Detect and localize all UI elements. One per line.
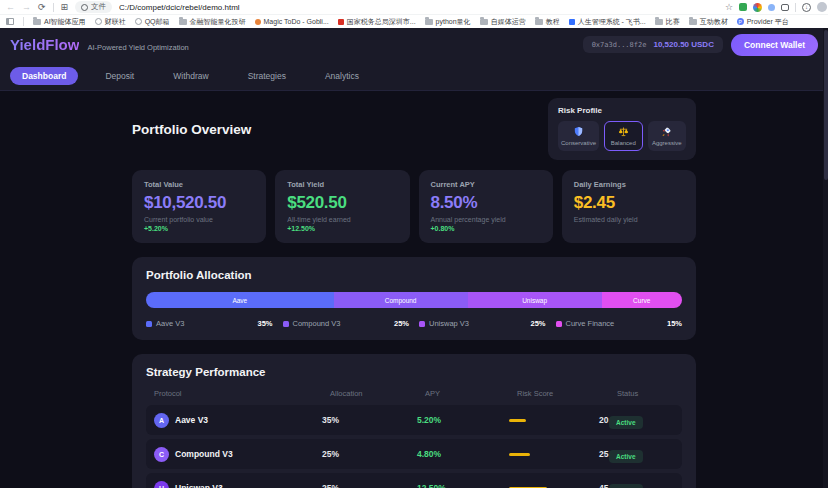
risk-option-balanced[interactable]: Balanced — [604, 121, 643, 151]
bookmark-item[interactable]: Magic ToDo - Gobli... — [255, 18, 329, 25]
bookmark-item[interactable]: 比赛 — [655, 17, 680, 27]
bookmark-item[interactable]: python量化 — [425, 17, 471, 27]
risk-option-aggressive[interactable]: Aggressive — [648, 121, 687, 151]
allocation-value: 25% — [322, 483, 417, 488]
strategy-title: Strategy Performance — [146, 366, 682, 378]
file-protocol-chip[interactable]: 文件 — [75, 1, 112, 13]
back-icon[interactable]: ← — [6, 3, 15, 12]
risk-profile-card: Risk Profile Conservative Balanced Aggre… — [548, 98, 696, 160]
stat-subtitle: Annual percentage yield — [431, 216, 541, 223]
risk-option-label: Conservative — [561, 140, 596, 146]
allocation-segment-uniswap[interactable]: Uniswap — [468, 292, 602, 308]
download-icon[interactable]: ↓ — [802, 3, 811, 12]
page-title: Portfolio Overview — [132, 122, 251, 137]
apy-value: 5.20% — [417, 415, 509, 425]
stat-value: $2.45 — [574, 193, 684, 213]
bookmark-item[interactable]: 国家税务总局深圳市... — [338, 17, 416, 27]
allocation-segment-aave[interactable]: Aave — [146, 292, 334, 308]
extension-blue-icon[interactable] — [768, 4, 775, 11]
wallet-pill[interactable]: 0x7a3d...8f2e 10,520.50 USDC — [583, 36, 723, 53]
allocation-value: 25% — [322, 449, 417, 459]
legend-percent: 25% — [530, 319, 545, 328]
table-row[interactable]: A Aave V3 35% 5.20% 20 Active — [146, 405, 682, 435]
bookmark-item[interactable]: PProvider 平台 — [737, 17, 789, 27]
legend-swatch — [419, 321, 425, 327]
protocol-name: Compound V3 — [175, 449, 233, 459]
bookmark-item[interactable]: 互动教材 — [689, 17, 728, 27]
bookmark-item[interactable]: 财联社 — [95, 17, 126, 27]
bookmark-label: Provider 平台 — [747, 17, 789, 27]
reload-icon[interactable]: ⟳ — [38, 3, 46, 12]
divider — [795, 3, 796, 12]
stat-value: $10,520.50 — [144, 193, 254, 213]
bookmark-item[interactable]: 教程 — [535, 17, 560, 27]
bookmark-item[interactable]: 金融智能量化投研 — [179, 17, 246, 27]
forward-icon[interactable]: → — [22, 3, 31, 12]
bookmark-item[interactable]: QQ邮箱 — [135, 17, 170, 27]
stat-change: +5.20% — [144, 225, 254, 232]
protocol-name: Aave V3 — [175, 415, 208, 425]
shield-icon — [573, 126, 584, 137]
legend-item-uniswap: Uniswap V3 25% — [419, 319, 556, 328]
risk-option-label: Aggressive — [652, 140, 682, 146]
bookmark-item[interactable]: AI智能体应用 — [33, 17, 86, 27]
stat-label: Daily Earnings — [574, 180, 684, 189]
stat-card-daily-earnings: Daily Earnings $2.45 Estimated daily yie… — [562, 170, 696, 243]
legend-item-curve: Curve Finance 15% — [556, 319, 683, 328]
profile-avatar[interactable] — [817, 2, 827, 12]
bookmark-label: 国家税务总局深圳市... — [347, 17, 416, 27]
legend-percent: 25% — [394, 319, 409, 328]
stat-change: +0.80% — [431, 225, 541, 232]
tab-deposit[interactable]: Deposit — [93, 67, 146, 85]
legend-percent: 15% — [667, 319, 682, 328]
stat-change: +12.50% — [287, 225, 397, 232]
bookmark-item[interactable]: 人生管理系统 - 飞书... — [569, 17, 646, 27]
tab-withdraw[interactable]: Withdraw — [161, 67, 220, 85]
divider — [23, 17, 24, 26]
table-row[interactable]: U Uniswap V3 25% 12.50% 45 Active — [146, 473, 682, 488]
tab-strategies[interactable]: Strategies — [236, 67, 298, 85]
folder-icon — [480, 19, 488, 25]
stat-subtitle: All-time yield earned — [287, 216, 397, 223]
divider — [53, 3, 54, 12]
address-bar-row: ← → ⟳ ⊞ 文件 C:/D/compet/dcic/rebel/demo.h… — [0, 0, 828, 15]
risk-score: 25 — [509, 449, 609, 459]
bookmark-label: 人生管理系统 - 飞书... — [578, 17, 646, 27]
scrollbar-thumb[interactable] — [824, 30, 828, 180]
bookmark-star-icon[interactable]: ☆ — [725, 3, 733, 12]
folder-icon — [33, 19, 41, 25]
bookmark-label: python量化 — [436, 17, 471, 27]
tab-dashboard[interactable]: Dashboard — [10, 67, 78, 85]
bookmarks-panel-icon[interactable] — [6, 18, 14, 25]
chat-bubble-icon[interactable] — [781, 4, 789, 11]
allocation-segment-curve[interactable]: Curve — [602, 292, 682, 308]
favicon-dot-icon — [255, 19, 261, 25]
col-apy: APY — [425, 389, 517, 398]
page-info-icon — [81, 4, 88, 11]
rocket-icon — [661, 126, 672, 137]
strategy-performance-card: Strategy Performance Protocol Allocation… — [132, 354, 696, 488]
url-text[interactable]: C:/D/compet/dcic/rebel/demo.html — [119, 3, 718, 12]
stat-value: 8.50% — [431, 193, 541, 213]
extension-color-icon[interactable] — [753, 3, 762, 12]
scrollbar[interactable] — [823, 28, 828, 488]
risk-option-conservative[interactable]: Conservative — [558, 121, 599, 151]
tab-analytics[interactable]: Analytics — [313, 67, 371, 85]
allocation-segment-compound[interactable]: Compound — [334, 292, 468, 308]
wallet-address: 0x7a3d...8f2e — [592, 41, 647, 49]
provider-icon: P — [737, 18, 744, 25]
extension-green-icon[interactable] — [739, 3, 747, 11]
bookmark-item[interactable]: 自媒体运营 — [480, 17, 526, 27]
folder-icon — [425, 19, 433, 25]
connect-wallet-button[interactable]: Connect Wallet — [731, 34, 818, 56]
risk-option-label: Balanced — [611, 140, 636, 146]
bookmark-label: 自媒体运营 — [491, 17, 526, 27]
browser-chrome: ← → ⟳ ⊞ 文件 C:/D/compet/dcic/rebel/demo.h… — [0, 0, 828, 28]
bookmark-label: AI智能体应用 — [44, 17, 86, 27]
table-header: Protocol Allocation APY Risk Score Statu… — [146, 378, 682, 405]
apy-value: 12.50% — [417, 483, 509, 488]
yieldflow-app: YieldFlow AI-Powered Yield Optimization … — [0, 28, 828, 488]
table-row[interactable]: C Compound V3 25% 4.80% 25 Active — [146, 439, 682, 469]
tab-groups-icon[interactable]: ⊞ — [61, 3, 69, 12]
folder-icon — [179, 19, 187, 25]
